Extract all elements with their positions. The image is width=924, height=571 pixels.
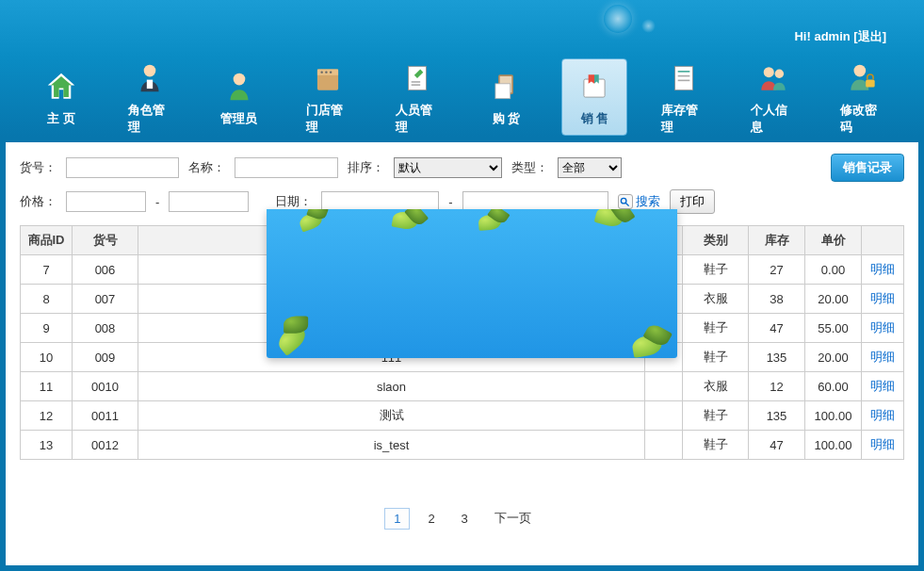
nav-store[interactable]: 门店管理: [295, 51, 362, 143]
name-input[interactable]: [235, 157, 338, 178]
sale-icon: [575, 67, 614, 106]
detail-link[interactable]: 明细: [870, 408, 895, 422]
cell-action: 明细: [862, 285, 904, 314]
nav-label: 门店管理: [306, 102, 350, 136]
purchase-icon: [486, 67, 526, 106]
name-label: 名称：: [188, 159, 225, 176]
cell-stock: 12: [749, 372, 805, 401]
nav-home[interactable]: 主 页: [28, 59, 94, 135]
nav-password[interactable]: 修改密码: [829, 51, 896, 143]
cell-stock: 47: [749, 314, 805, 343]
cell-stock: 38: [749, 285, 805, 314]
store-icon: [308, 58, 348, 98]
nav-inventory[interactable]: 库存管理: [650, 51, 717, 143]
cell-id: 12: [21, 401, 73, 431]
cell-id: 10: [21, 343, 73, 372]
cell-huohao: 0012: [73, 431, 138, 460]
inventory-icon: [664, 58, 704, 98]
cell-price: 0.00: [805, 255, 862, 285]
svg-rect-4: [317, 69, 338, 74]
header: Hi! admin [退出]: [0, 0, 924, 57]
svg-rect-1: [147, 79, 153, 89]
th-huohao: 货号: [73, 226, 138, 255]
nav-person[interactable]: 人员管理: [384, 51, 451, 143]
th-category: 类别: [683, 226, 749, 255]
svg-line-24: [625, 203, 628, 205]
cell-price: 20.00: [805, 285, 862, 314]
cell-price: 100.00: [805, 431, 862, 460]
cell-huohao: 0010: [73, 372, 138, 401]
cell-name: slaon: [138, 372, 645, 401]
sort-select[interactable]: 默认: [394, 157, 502, 178]
table-row: 130012is_test鞋子47100.00明细: [21, 431, 904, 460]
cell-price: 60.00: [805, 372, 862, 401]
leaf-deco: [631, 334, 663, 358]
svg-rect-22: [866, 79, 875, 87]
nav-profile[interactable]: 个人信息: [739, 51, 806, 143]
nav-label: 个人信息: [751, 102, 795, 136]
detail-link[interactable]: 明细: [870, 262, 895, 276]
svg-point-0: [144, 64, 156, 76]
nav-label: 管理员: [220, 110, 257, 127]
nav-label: 人员管理: [396, 102, 440, 136]
th-action: [862, 226, 904, 255]
svg-point-20: [774, 69, 784, 78]
search-icon: [618, 194, 633, 209]
cell-price: 100.00: [805, 401, 862, 431]
detail-link[interactable]: 明细: [870, 350, 895, 364]
svg-rect-17: [678, 74, 690, 76]
cell-category: 鞋子: [683, 401, 749, 431]
cell-category: 衣服: [683, 372, 749, 401]
nav-purchase[interactable]: 购 货: [473, 59, 539, 135]
logout-link[interactable]: [退出]: [853, 29, 886, 43]
cell-huohao: 0011: [73, 401, 138, 431]
sales-record-button[interactable]: 销售记录: [831, 154, 904, 182]
cell-action: 明细: [862, 401, 904, 431]
type-select[interactable]: 全部: [558, 157, 622, 178]
cell-img: [645, 372, 683, 401]
leaf-deco: [594, 209, 625, 229]
price-min-input[interactable]: [66, 191, 146, 212]
cell-id: 7: [21, 255, 73, 285]
cell-stock: 47: [749, 431, 805, 460]
cell-price: 20.00: [805, 343, 862, 372]
svg-point-7: [330, 71, 332, 73]
nav-label: 修改密码: [840, 102, 884, 136]
cell-id: 8: [21, 285, 73, 314]
cell-category: 鞋子: [683, 431, 749, 460]
detail-link[interactable]: 明细: [870, 320, 895, 334]
username: admin: [814, 29, 850, 43]
cell-category: 衣服: [683, 285, 749, 314]
admin-icon: [219, 67, 259, 106]
greeting-prefix: Hi!: [794, 29, 814, 43]
search-label: 搜索: [636, 193, 660, 210]
nav-label: 购 货: [493, 110, 521, 127]
home-icon: [41, 67, 81, 106]
huohao-input[interactable]: [66, 157, 179, 178]
cell-huohao: 007: [73, 285, 138, 314]
page-3[interactable]: 3: [453, 509, 477, 529]
page-1[interactable]: 1: [384, 508, 410, 530]
detail-link[interactable]: 明细: [870, 291, 895, 305]
nav-sale[interactable]: 销 售: [561, 58, 627, 136]
nav-label: 库存管理: [661, 102, 705, 136]
cell-id: 13: [21, 431, 73, 460]
cell-action: 明细: [862, 343, 904, 372]
search-button[interactable]: 搜索: [618, 193, 660, 210]
page-2[interactable]: 2: [419, 509, 443, 529]
nav-label: 销 售: [581, 110, 609, 127]
sort-label: 排序：: [348, 159, 384, 176]
date-sep: -: [448, 195, 452, 209]
nav-admin[interactable]: 管理员: [206, 59, 272, 135]
dandelion-deco: [604, 5, 660, 52]
svg-rect-18: [678, 79, 690, 81]
cell-huohao: 006: [73, 255, 138, 285]
price-max-input[interactable]: [169, 191, 249, 212]
nav-role[interactable]: 角色管理: [117, 51, 184, 143]
detail-link[interactable]: 明细: [870, 437, 895, 451]
th-price: 单价: [805, 226, 862, 255]
svg-point-2: [233, 73, 245, 85]
page-next[interactable]: 下一页: [486, 507, 540, 530]
cell-stock: 27: [749, 255, 805, 285]
detail-link[interactable]: 明细: [870, 379, 895, 393]
